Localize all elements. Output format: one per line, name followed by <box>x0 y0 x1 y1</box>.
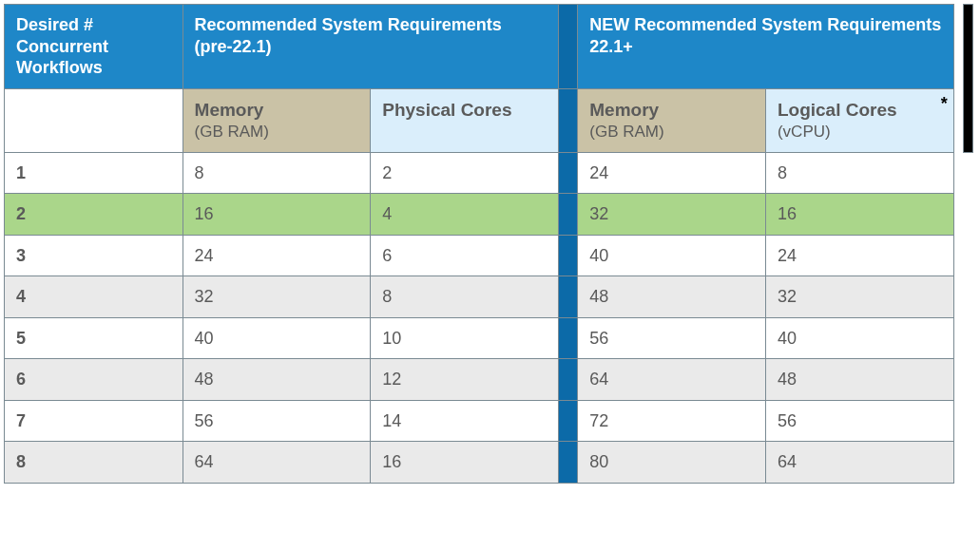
header-old-group: Recommended System Requirements (pre-22.… <box>183 5 558 89</box>
header-row-1: Desired # Concurrent Workflows Recommend… <box>5 5 973 89</box>
label-logical-unit: (vCPU) <box>778 123 831 141</box>
cell-new-memory: 24 <box>578 152 766 194</box>
cell-old-cores: 14 <box>371 400 559 442</box>
cell-old-cores: 10 <box>371 317 559 359</box>
cell-old-memory: 48 <box>183 359 371 401</box>
cell-old-memory: 32 <box>183 276 371 318</box>
cell-new-cores: 48 <box>765 359 953 401</box>
cell-new-cores: 32 <box>765 276 953 318</box>
cell-new-memory: 32 <box>578 194 766 236</box>
cell-old-cores: 2 <box>371 152 559 194</box>
spacer-cell <box>558 194 577 236</box>
cell-old-cores: 12 <box>371 359 559 401</box>
spacer-cell <box>558 276 577 318</box>
side-black-bar <box>963 5 972 153</box>
cell-workflows: 8 <box>5 442 183 484</box>
cell-new-memory: 80 <box>578 442 766 484</box>
table-row: 182248 <box>5 152 973 194</box>
table-row: 32464024 <box>5 235 973 276</box>
cell-new-memory: 56 <box>578 317 766 359</box>
cell-workflows: 5 <box>5 317 183 359</box>
cell-old-memory: 40 <box>183 317 371 359</box>
table-row: 43284832 <box>5 276 973 318</box>
cell-new-memory: 40 <box>578 235 766 276</box>
spacer-cell <box>558 442 577 484</box>
label-memory-2: Memory <box>589 100 659 120</box>
cell-workflows: 1 <box>5 152 183 194</box>
cell-new-cores: 24 <box>765 235 953 276</box>
table-row: 540105640 <box>5 317 973 359</box>
header-old-memory: Memory (GB RAM) <box>183 88 371 152</box>
label-memory: Memory <box>195 100 264 120</box>
system-requirements-table: Desired # Concurrent Workflows Recommend… <box>4 4 973 484</box>
spacer-cell <box>558 359 577 401</box>
table-row: 21643216 <box>5 194 973 236</box>
header-spacer-1 <box>558 5 577 89</box>
cell-new-memory: 48 <box>578 276 766 318</box>
label-memory-unit: (GB RAM) <box>195 123 269 141</box>
header-row-2: Memory (GB RAM) Physical Cores Memory (G… <box>5 88 973 152</box>
label-physical-cores: Physical Cores <box>382 100 511 120</box>
asterisk-icon: * <box>941 93 948 115</box>
cell-new-cores: 16 <box>765 194 953 236</box>
header-new-group: NEW Recommended System Requirements 22.1… <box>578 5 953 89</box>
side-gap <box>953 5 963 153</box>
table-row: 648126448 <box>5 359 973 401</box>
header-logical-cores: Logical Cores (vCPU) * <box>765 88 953 152</box>
cell-new-cores: 56 <box>765 400 953 442</box>
cell-workflows: 2 <box>5 194 183 236</box>
cell-old-memory: 64 <box>183 442 371 484</box>
cell-old-cores: 8 <box>371 276 559 318</box>
cell-old-cores: 6 <box>371 235 559 276</box>
cell-new-memory: 72 <box>578 400 766 442</box>
cell-workflows: 3 <box>5 235 183 276</box>
spacer-cell <box>558 317 577 359</box>
label-memory-unit-2: (GB RAM) <box>589 123 663 141</box>
table-body: 1822482164321632464024432848325401056406… <box>5 152 973 483</box>
cell-workflows: 6 <box>5 359 183 401</box>
header-physical-cores: Physical Cores <box>371 88 559 152</box>
cell-old-cores: 4 <box>371 194 559 236</box>
cell-old-memory: 8 <box>183 152 371 194</box>
cell-workflows: 7 <box>5 400 183 442</box>
spacer-row2 <box>558 88 577 152</box>
spacer-cell <box>558 400 577 442</box>
cell-workflows: 4 <box>5 276 183 318</box>
header-empty-cell <box>5 88 183 152</box>
cell-new-cores: 8 <box>765 152 953 194</box>
table-row: 756147256 <box>5 400 973 442</box>
header-workflows: Desired # Concurrent Workflows <box>5 5 183 89</box>
label-logical-cores: Logical Cores <box>778 100 897 120</box>
cell-new-memory: 64 <box>578 359 766 401</box>
cell-old-cores: 16 <box>371 442 559 484</box>
cell-old-memory: 56 <box>183 400 371 442</box>
header-new-memory: Memory (GB RAM) <box>578 88 766 152</box>
cell-new-cores: 64 <box>765 442 953 484</box>
cell-new-cores: 40 <box>765 317 953 359</box>
spacer-cell <box>558 235 577 276</box>
cell-old-memory: 24 <box>183 235 371 276</box>
spacer-cell <box>558 152 577 194</box>
cell-old-memory: 16 <box>183 194 371 236</box>
table-row: 864168064 <box>5 442 973 484</box>
